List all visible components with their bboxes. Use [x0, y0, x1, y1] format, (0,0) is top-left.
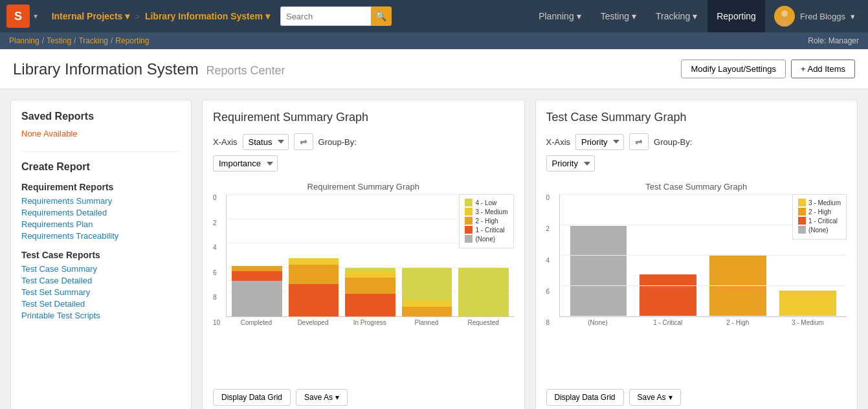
req-groupby-label: Group-By:: [318, 137, 357, 147]
breadcrumb-testing[interactable]: Testing: [47, 36, 71, 45]
page-header: Library Information System Reports Cente…: [0, 49, 868, 89]
test-groupby-select[interactable]: Priority: [546, 155, 595, 171]
product-menu[interactable]: Library Information System ▾: [145, 11, 270, 21]
product-label: Library Information System: [145, 11, 263, 21]
test-save-as-button[interactable]: Save As ▾: [629, 389, 681, 406]
sidebar: Saved Reports None Available Create Repo…: [10, 100, 192, 409]
requirement-graph-panel: Requirement Summary Graph X-Axis Status …: [202, 100, 525, 409]
main-layout: Saved Reports None Available Create Repo…: [0, 89, 868, 409]
req-legend-4low: 4 - Low: [465, 199, 507, 206]
sidebar-divider-1: [21, 151, 181, 152]
test-graph-title: Test Case Summary Graph: [546, 111, 847, 124]
req-xaxis-select[interactable]: Status: [243, 134, 289, 150]
internal-projects-label: Internal Projects: [52, 11, 123, 21]
requirements-summary-link[interactable]: Requirements Summary: [21, 196, 181, 206]
req-swap-button[interactable]: ⇌: [294, 133, 313, 150]
test-xaxis-select[interactable]: Priority: [575, 134, 624, 150]
add-items-button[interactable]: + Add Items: [791, 60, 855, 78]
breadcrumb: Planning / Testing / Tracking / Reportin…: [9, 36, 149, 45]
internal-projects-menu[interactable]: Internal Projects ▾: [52, 11, 130, 21]
req-bar-completed: [232, 266, 282, 316]
req-graph-container: Requirement Summary Graph 10 8 6 4 2 0: [213, 182, 514, 381]
test-legend-none: (None): [798, 226, 841, 234]
req-graph-title: Requirement Summary Graph: [213, 111, 514, 124]
product-caret: ▾: [265, 11, 270, 21]
test-display-data-button[interactable]: Display Data Grid: [546, 389, 624, 406]
tracking-menu[interactable]: Tracking ▾: [647, 0, 706, 32]
header-buttons: Modify Layout/Settings + Add Items: [681, 60, 855, 78]
test-y-axis: 8 6 4 2 0: [546, 194, 559, 326]
svg-point-2: [781, 10, 788, 17]
req-bar-requested: [458, 268, 509, 316]
user-name: Fred Bloggs: [800, 12, 845, 21]
reporting-label: Reporting: [717, 11, 756, 21]
req-xaxis-label: X-Axis: [213, 137, 238, 147]
nav-menu-items: Planning ▾ Testing ▾ Tracking ▾ Reportin…: [529, 0, 765, 32]
test-xaxis-label: X-Axis: [546, 137, 571, 147]
req-save-as-button[interactable]: Save As ▾: [296, 389, 348, 406]
testing-caret: ▾: [632, 11, 636, 21]
breadcrumb-planning[interactable]: Planning: [9, 36, 39, 45]
breadcrumb-tracking[interactable]: Tracking: [78, 36, 108, 45]
tracking-caret: ▾: [693, 11, 697, 21]
test-x-labels: (None) 1 - Critical 2 - High 3 - Medium: [559, 317, 847, 326]
req-bar-seg-high: [232, 266, 282, 271]
test-legend-2high: 2 - High: [798, 208, 841, 216]
test-swap-button[interactable]: ⇌: [629, 133, 649, 150]
breadcrumb-arrow: [44, 12, 47, 21]
req-bar-planned: [402, 268, 452, 316]
req-groupby-select[interactable]: Importance: [213, 155, 278, 171]
page-title: Library Information System: [13, 60, 199, 78]
modify-layout-button[interactable]: Modify Layout/Settings: [681, 60, 786, 78]
internal-projects-caret: ▾: [125, 11, 129, 21]
req-display-data-button[interactable]: Display Data Grid: [213, 389, 291, 406]
user-caret: ▾: [851, 12, 855, 21]
req-bar-inprogress: [345, 268, 395, 316]
printable-test-scripts-link[interactable]: Printable Test Scripts: [21, 311, 181, 320]
nav-arrow: >: [135, 12, 140, 21]
test-set-detailed-link[interactable]: Test Set Detailed: [21, 299, 181, 309]
test-graph-container: Test Case Summary Graph 8 6 4 2 0: [546, 182, 847, 381]
reporting-menu[interactable]: Reporting: [707, 0, 765, 32]
test-case-detailed-link[interactable]: Test Case Detailed: [21, 276, 181, 285]
planning-label: Planning: [539, 11, 574, 21]
role-label: Role: Manager: [808, 36, 859, 45]
planning-caret: ▾: [577, 11, 581, 21]
test-groupby-controls: Priority: [546, 155, 847, 171]
search-button[interactable]: 🔍: [371, 6, 392, 26]
requirement-reports-title: Requirement Reports: [21, 182, 181, 192]
user-menu[interactable]: Fred Bloggs ▾: [768, 6, 862, 27]
req-graph-controls: X-Axis Status ⇌ Group-By:: [213, 133, 514, 150]
test-set-summary-link[interactable]: Test Set Summary: [21, 287, 181, 297]
requirements-traceability-link[interactable]: Requirements Traceability: [21, 231, 181, 241]
svg-point-3: [779, 19, 790, 27]
test-bar-high: [709, 255, 766, 316]
test-bar-none: [570, 226, 627, 316]
app-logo[interactable]: S: [6, 5, 30, 28]
breadcrumb-sep-1: /: [42, 36, 44, 45]
test-chart-title: Test Case Summary Graph: [546, 182, 847, 192]
requirements-plan-link[interactable]: Requirements Plan: [21, 219, 181, 229]
page-title-area: Library Information System Reports Cente…: [13, 60, 285, 78]
testcase-graph-panel: Test Case Summary Graph X-Axis Priority …: [535, 100, 858, 409]
search-input[interactable]: [280, 6, 371, 26]
test-case-reports-title: Test Case Reports: [21, 250, 181, 260]
test-graph-controls: X-Axis Priority ⇌ Group-By:: [546, 133, 847, 150]
req-graph-footer: Display Data Grid Save As ▾: [213, 389, 514, 406]
search-container: 🔍: [280, 6, 392, 26]
logo-caret: ▾: [34, 12, 38, 21]
testing-menu[interactable]: Testing ▾: [592, 0, 645, 32]
breadcrumb-bar: Planning / Testing / Tracking / Reportin…: [0, 32, 868, 49]
test-graph-footer: Display Data Grid Save As ▾: [546, 389, 847, 406]
planning-menu[interactable]: Planning ▾: [529, 0, 590, 32]
avatar: [774, 6, 795, 27]
test-bar-medium: [779, 291, 836, 316]
req-bar-seg-none: [232, 281, 282, 316]
req-groupby-controls: Importance: [213, 155, 514, 171]
requirements-detailed-link[interactable]: Requirements Detailed: [21, 208, 181, 217]
req-chart-title: Requirement Summary Graph: [213, 182, 514, 192]
test-case-summary-link[interactable]: Test Case Summary: [21, 264, 181, 274]
testing-label: Testing: [601, 11, 629, 21]
req-legend-3med: 3 - Medium: [465, 208, 507, 216]
graph-panels: Requirement Summary Graph X-Axis Status …: [202, 100, 858, 409]
